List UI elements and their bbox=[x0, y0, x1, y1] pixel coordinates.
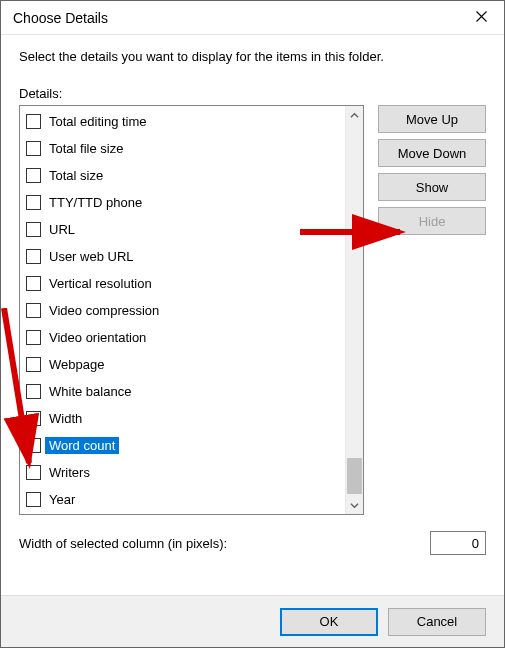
list-item[interactable]: TTY/TTD phone bbox=[20, 189, 345, 216]
list-item-label: Width bbox=[45, 410, 86, 427]
list-item-label: Total editing time bbox=[45, 113, 151, 130]
list-inner: Total editing timeTotal file sizeTotal s… bbox=[20, 106, 345, 514]
checkbox[interactable] bbox=[26, 357, 41, 372]
checkbox[interactable] bbox=[26, 438, 41, 453]
hide-button[interactable]: Hide bbox=[378, 207, 486, 235]
list-item-label: User web URL bbox=[45, 248, 138, 265]
checkbox[interactable] bbox=[26, 276, 41, 291]
list-item[interactable]: Webpage bbox=[20, 351, 345, 378]
list-item-label: Writers bbox=[45, 464, 94, 481]
checkbox[interactable] bbox=[26, 249, 41, 264]
list-item-label: Video compression bbox=[45, 302, 163, 319]
width-row: Width of selected column (in pixels): bbox=[19, 531, 486, 555]
checkbox[interactable] bbox=[26, 222, 41, 237]
content-area: Select the details you want to display f… bbox=[1, 35, 504, 595]
ok-button[interactable]: OK bbox=[280, 608, 378, 636]
titlebar: Choose Details bbox=[1, 1, 504, 35]
close-button[interactable] bbox=[458, 1, 504, 35]
chevron-up-icon bbox=[350, 108, 359, 123]
checkbox[interactable] bbox=[26, 303, 41, 318]
scroll-down-button[interactable] bbox=[346, 496, 363, 514]
width-label: Width of selected column (in pixels): bbox=[19, 536, 227, 551]
list-item[interactable]: Total file size bbox=[20, 135, 345, 162]
list-item[interactable]: Video compression bbox=[20, 297, 345, 324]
checkbox[interactable] bbox=[26, 168, 41, 183]
choose-details-dialog: Choose Details Select the details you wa… bbox=[0, 0, 505, 648]
checkbox[interactable] bbox=[26, 195, 41, 210]
list-item[interactable]: Total editing time bbox=[20, 108, 345, 135]
list-item[interactable]: Video orientation bbox=[20, 324, 345, 351]
chevron-down-icon bbox=[350, 498, 359, 513]
show-button[interactable]: Show bbox=[378, 173, 486, 201]
list-item-label: Webpage bbox=[45, 356, 108, 373]
list-item[interactable]: White balance bbox=[20, 378, 345, 405]
scroll-thumb[interactable] bbox=[347, 458, 362, 494]
list-item[interactable]: URL bbox=[20, 216, 345, 243]
list-item[interactable]: Year bbox=[20, 486, 345, 513]
list-item-label: Total size bbox=[45, 167, 107, 184]
checkbox[interactable] bbox=[26, 465, 41, 480]
list-item[interactable]: Writers bbox=[20, 459, 345, 486]
list-item-label: Year bbox=[45, 491, 79, 508]
instructions-text: Select the details you want to display f… bbox=[19, 49, 486, 64]
list-item-label: Vertical resolution bbox=[45, 275, 156, 292]
close-icon bbox=[476, 10, 487, 25]
list-item[interactable]: Width bbox=[20, 405, 345, 432]
footer: OK Cancel bbox=[1, 595, 504, 647]
scrollbar[interactable] bbox=[345, 106, 363, 514]
list-item-label: Total file size bbox=[45, 140, 127, 157]
checkbox[interactable] bbox=[26, 411, 41, 426]
details-listbox[interactable]: Total editing timeTotal file sizeTotal s… bbox=[19, 105, 364, 515]
list-item-label: TTY/TTD phone bbox=[45, 194, 146, 211]
side-buttons: Move Up Move Down Show Hide bbox=[378, 105, 486, 515]
list-item[interactable]: Total size bbox=[20, 162, 345, 189]
checkbox[interactable] bbox=[26, 114, 41, 129]
checkbox[interactable] bbox=[26, 141, 41, 156]
list-item[interactable]: User web URL bbox=[20, 243, 345, 270]
window-title: Choose Details bbox=[13, 10, 108, 26]
list-item-label: White balance bbox=[45, 383, 135, 400]
checkbox[interactable] bbox=[26, 492, 41, 507]
list-item-label: URL bbox=[45, 221, 79, 238]
list-item[interactable]: Word count bbox=[20, 432, 345, 459]
cancel-button[interactable]: Cancel bbox=[388, 608, 486, 636]
move-up-button[interactable]: Move Up bbox=[378, 105, 486, 133]
main-row: Total editing timeTotal file sizeTotal s… bbox=[19, 105, 486, 515]
details-label: Details: bbox=[19, 86, 486, 101]
list-item-label: Word count bbox=[45, 437, 119, 454]
scroll-up-button[interactable] bbox=[346, 106, 363, 124]
list-item-label: Video orientation bbox=[45, 329, 150, 346]
checkbox[interactable] bbox=[26, 384, 41, 399]
checkbox[interactable] bbox=[26, 330, 41, 345]
list-item[interactable]: Vertical resolution bbox=[20, 270, 345, 297]
move-down-button[interactable]: Move Down bbox=[378, 139, 486, 167]
width-input[interactable] bbox=[430, 531, 486, 555]
